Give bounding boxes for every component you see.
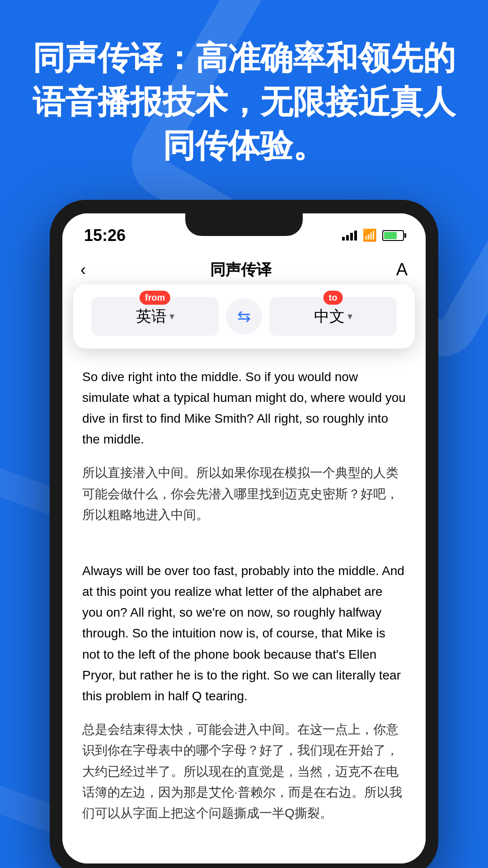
to-language-selector[interactable]: to 中文 ▾ [269,297,397,336]
to-language-arrow: ▾ [347,311,352,322]
swap-languages-button[interactable]: ⇆ [226,298,262,335]
english-paragraph-2: Always will be over too fast, probably i… [82,561,406,707]
battery-icon [382,230,404,241]
translation-content: So dive right into the middle. So if you… [62,349,426,864]
swap-icon: ⇆ [237,307,251,326]
status-icons: 📶 [342,228,404,242]
paragraph-divider [82,547,406,561]
font-size-button[interactable]: A [396,260,408,279]
to-badge: to [324,291,343,305]
page-headline: 同声传译：高准确率和领先的语音播报技术，无限接近真人同传体验。 [23,36,465,168]
phone-screen: 15:26 📶 ‹ 同声传译 A [62,213,426,864]
chinese-paragraph-2: 总是会结束得太快，可能会进入中间。在这一点上，你意识到你在字母表中的哪个字母？好… [82,719,406,824]
app-header: ‹ 同声传译 A [62,250,426,290]
english-paragraph-1: So dive right into the middle. So if you… [82,367,406,450]
status-time: 15:26 [84,226,126,245]
from-language-text: 英语 [136,306,167,327]
from-badge: from [140,291,170,305]
phone-mockup: 15:26 📶 ‹ 同声传译 A [50,200,438,868]
phone-notch [185,213,303,236]
from-language-selector[interactable]: from 英语 ▾ [91,297,219,336]
chinese-paragraph-1: 所以直接潜入中间。所以如果你现在模拟一个典型的人类可能会做什么，你会先潜入哪里找… [82,462,406,525]
signal-icon [342,231,357,241]
app-title: 同声传译 [210,259,272,280]
from-language-arrow: ▾ [169,311,174,322]
to-language-text: 中文 [314,306,345,327]
back-button[interactable]: ‹ [80,260,86,279]
language-selector-card: from 英语 ▾ ⇆ to 中文 ▾ [73,284,415,349]
wifi-icon: 📶 [362,228,377,242]
